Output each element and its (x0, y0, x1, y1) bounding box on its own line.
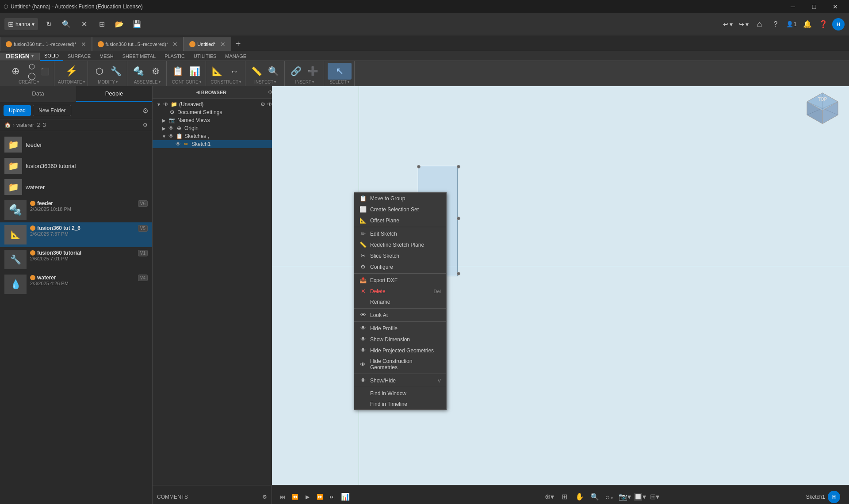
new-tab-button[interactable]: + (231, 37, 245, 51)
apps-icon[interactable]: ⊞ (95, 17, 109, 31)
create-extra-btn2[interactable]: ⬛ (39, 63, 51, 80)
help2-icon[interactable]: ❓ (816, 17, 830, 31)
tab-close-2[interactable]: ✕ (172, 41, 178, 48)
ctx-hide-profile[interactable]: 👁 Hide Profile (354, 323, 446, 334)
eye-icon[interactable]: 👁 (168, 125, 174, 131)
list-item[interactable]: 🔩 feeder 2/3/2025 10:18 PM V6 (0, 198, 152, 222)
zoom-extent-icon[interactable]: ⌕▾ (603, 490, 616, 504)
toolbar-tab-sheetmetal[interactable]: SHEET METAL (118, 51, 160, 61)
user-menu[interactable]: ⊞ hanna ▾ (4, 18, 38, 30)
playback-first-button[interactable]: ⏮ (277, 492, 288, 502)
modify-group-label[interactable]: MODIFY ▾ (98, 80, 118, 84)
automate-btn[interactable]: ⚡ (61, 63, 82, 80)
playback-next-button[interactable]: ⏩ (314, 492, 325, 502)
modify-btn2[interactable]: 🔧 (108, 63, 124, 80)
home-icon[interactable]: ⌂ (753, 17, 767, 31)
assemble-btn2[interactable]: ⚙ (148, 63, 164, 80)
toolbar-tab-solid[interactable]: SOLID (40, 51, 63, 61)
breadcrumb-home[interactable]: 🏠 (4, 122, 11, 128)
display-settings-icon[interactable]: 🔲▾ (633, 490, 646, 504)
ctx-hide-projected-geometries[interactable]: 👁 Hide Projected Geometries (354, 345, 446, 356)
ctx-edit-sketch[interactable]: ✏ Edit Sketch (354, 228, 446, 239)
assemble-btn1[interactable]: 🔩 (131, 63, 147, 80)
close-button[interactable]: ✕ (825, 0, 845, 13)
tree-item-sketches[interactable]: ▼ 👁 📋 Sketches , (153, 132, 276, 140)
grid-display-icon[interactable]: ⊞ (558, 490, 571, 504)
list-item[interactable]: 📁 feeder (0, 134, 152, 155)
people-tab[interactable]: People (76, 86, 152, 102)
tab-fusion1[interactable]: fusion360 tut...1~recovered)* ✕ (0, 37, 92, 51)
save-icon[interactable]: 💾 (130, 17, 144, 31)
eye-icon[interactable]: 👁 (176, 141, 181, 147)
insert-btn1[interactable]: 🔗 (288, 63, 304, 80)
eye-icon[interactable]: 👁 (163, 101, 168, 107)
ctx-find-in-window[interactable]: Find in Window (354, 388, 446, 399)
panel-settings-icon[interactable]: ⚙ (142, 107, 149, 115)
list-item[interactable]: 🔧 fusion360 tutorial 2/6/2025 7:01 PM V1 (0, 247, 152, 272)
tree-item-doc-settings[interactable]: ⚙ Document Settings (153, 108, 276, 116)
toolbar-tab-plastic[interactable]: PLASTIC (160, 51, 189, 61)
design-mode-selector[interactable]: DESIGN ▾ (0, 53, 40, 60)
ctx-slice-sketch[interactable]: ✂ Slice Sketch (354, 250, 446, 261)
select-group-label[interactable]: SELECT ▾ (329, 80, 349, 84)
playback-last-button[interactable]: ⏭ (327, 492, 337, 502)
tree-item-named-views[interactable]: ▶ 📷 Named Views (153, 116, 276, 124)
ctx-offset-plane[interactable]: 📐 Offset Plane (354, 215, 446, 226)
list-item[interactable]: 📁 fusion36360 tutorial (0, 155, 152, 176)
list-item[interactable]: 📐 fusion360 tut 2_6 2/6/2025 7:37 PM V5 (0, 222, 152, 247)
ctx-rename[interactable]: Rename (354, 297, 446, 307)
ctx-find-in-timeline[interactable]: Find in Timeline (354, 399, 446, 409)
titlebar-controls[interactable]: ─ □ ✕ (783, 0, 845, 13)
minimize-button[interactable]: ─ (783, 0, 803, 13)
grid-settings-icon[interactable]: ⊞▾ (648, 490, 662, 504)
ctx-hide-construction-geometries[interactable]: 👁 Hide Construction Geometries (354, 356, 446, 373)
toolbar-tab-surface[interactable]: SURFACE (63, 51, 95, 61)
construct-btn1[interactable]: 📐 (210, 63, 226, 80)
version-badge[interactable]: V4 (138, 275, 148, 281)
inspect-btn1[interactable]: 📏 (249, 63, 265, 80)
version-badge[interactable]: V1 (138, 250, 148, 256)
unsaved-settings-icon[interactable]: ⚙ (260, 101, 265, 107)
sync-icon[interactable]: ↻ (42, 17, 56, 31)
configure-group-label[interactable]: CONFIGURE ▾ (172, 80, 201, 84)
insert-group-label[interactable]: INSERT ▾ (295, 80, 314, 84)
assemble-group-label[interactable]: ASSEMBLE ▾ (134, 80, 161, 84)
ctx-move-to-group[interactable]: 📋 Move to Group (354, 193, 446, 204)
tree-item-unsaved[interactable]: ▼ 👁 📁 (Unsaved) ⚙ 👁 (153, 100, 276, 108)
search-icon[interactable]: 🔍 (59, 17, 73, 31)
version-badge[interactable]: V6 (138, 200, 148, 207)
view-cube[interactable]: TOP (805, 91, 840, 126)
browser-collapse-button[interactable]: ◀ (196, 89, 199, 95)
comments-settings-icon[interactable]: ⚙ (262, 494, 267, 500)
help-icon[interactable]: ? (769, 17, 783, 31)
maximize-button[interactable]: □ (804, 0, 824, 13)
list-item[interactable]: 📁 waterer (0, 176, 152, 198)
breadcrumb-folder[interactable]: waterer_2_3 (16, 122, 46, 128)
version-badge[interactable]: V5 (138, 225, 148, 232)
pan-icon[interactable]: ✋ (573, 490, 586, 504)
tab-fusion2[interactable]: fusion360 tut...5~recovered)* ✕ (92, 37, 184, 51)
ctx-redefine-sketch-plane[interactable]: 📏 Redefine Sketch Plane (354, 239, 446, 250)
avatar[interactable]: H (832, 18, 845, 31)
breadcrumb-settings-icon[interactable]: ⚙ (143, 122, 148, 128)
insert-btn2[interactable]: ➕ (305, 63, 321, 80)
notifications-icon[interactable]: 🔔 (800, 17, 815, 31)
tree-item-origin[interactable]: ▶ 👁 ⊕ Origin (153, 124, 276, 132)
ctx-show-hide[interactable]: 👁 Show/Hide V (354, 375, 446, 386)
open-file-icon[interactable]: 📂 (112, 17, 126, 31)
toolbar-tab-manage[interactable]: MANAGE (221, 51, 251, 61)
configure-btn1[interactable]: 📋 (170, 63, 186, 80)
inspect-btn2[interactable]: 🔍 (266, 63, 282, 80)
construct-btn2[interactable]: ↔ (226, 63, 242, 80)
user-count-icon[interactable]: 👤1 (784, 17, 799, 31)
automate-group-label[interactable]: AUTOMATE ▾ (58, 80, 85, 84)
playback-prev-button[interactable]: ⏪ (290, 492, 300, 502)
new-folder-button[interactable]: New Folder (33, 105, 71, 116)
pivot-icon[interactable]: ⊕▾ (543, 490, 556, 504)
camera-icon[interactable]: 📷▾ (618, 490, 631, 504)
eye-icon[interactable]: 👁 (168, 133, 174, 139)
ctx-show-dimension[interactable]: 👁 Show Dimension (354, 334, 446, 345)
tab-untitled[interactable]: Untitled* ✕ (184, 37, 231, 51)
ctx-look-at[interactable]: 👁 Look At (354, 309, 446, 321)
zoom-icon[interactable]: 🔍 (588, 490, 601, 504)
